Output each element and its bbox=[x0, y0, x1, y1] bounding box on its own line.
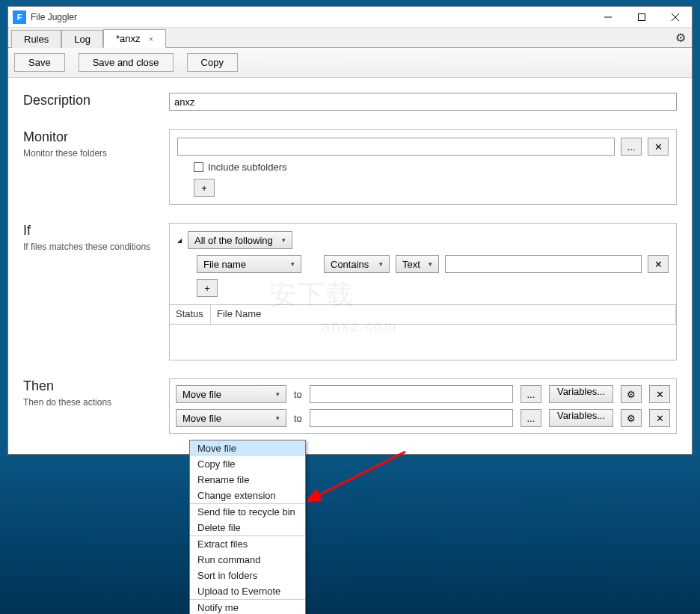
svg-rect-1 bbox=[638, 13, 645, 20]
chevron-down-icon: ▾ bbox=[276, 390, 280, 398]
save-button[interactable]: Save bbox=[14, 53, 65, 72]
monitor-panel: ... ✕ Include subfolders + bbox=[169, 129, 677, 205]
browse-folder-button[interactable]: ... bbox=[621, 138, 642, 156]
monitor-folder-input[interactable] bbox=[177, 138, 615, 156]
action1-browse-button[interactable]: ... bbox=[521, 385, 541, 403]
popup-item-run-command[interactable]: Run command bbox=[190, 552, 305, 568]
monitor-label: Monitor bbox=[23, 129, 160, 145]
if-label: If bbox=[23, 223, 160, 239]
popup-item-extract-files[interactable]: Extract files bbox=[190, 536, 305, 552]
if-table-header: Status File Name bbox=[169, 305, 677, 325]
condition-field-label: File name bbox=[203, 259, 246, 270]
action1-gear-button[interactable]: ⚙ bbox=[621, 385, 642, 403]
action1-path-input[interactable] bbox=[310, 385, 513, 403]
to-label: to bbox=[294, 389, 302, 400]
condition-type-dropdown[interactable]: Text ▾ bbox=[396, 255, 439, 273]
chevron-down-icon: ▾ bbox=[282, 236, 286, 244]
checkbox-icon bbox=[194, 162, 203, 172]
maximize-button[interactable] bbox=[624, 7, 658, 28]
chevron-down-icon: ▾ bbox=[429, 260, 432, 268]
th-status: Status bbox=[170, 305, 211, 324]
action2-remove-button[interactable]: ✕ bbox=[649, 409, 670, 427]
tabbar: Rules Log *anxz × ⚙ bbox=[8, 28, 692, 48]
app-icon: F bbox=[13, 10, 26, 24]
include-subfolders-label: Include subfolders bbox=[208, 162, 287, 173]
window-title: File Juggler bbox=[31, 12, 77, 22]
popup-item-sort-folders[interactable]: Sort in folders bbox=[190, 568, 305, 583]
popup-item-rename-file[interactable]: Rename file bbox=[190, 472, 305, 488]
action2-path-input[interactable] bbox=[310, 409, 513, 427]
close-window-button[interactable] bbox=[658, 7, 692, 28]
then-sublabel: Then do these actions bbox=[23, 397, 160, 408]
tab-close-icon[interactable]: × bbox=[149, 35, 153, 43]
action2-label: Move file bbox=[182, 413, 221, 424]
action2-browse-button[interactable]: ... bbox=[521, 409, 541, 427]
remove-condition-button[interactable]: ✕ bbox=[648, 255, 669, 273]
popup-item-delete-file[interactable]: Delete file bbox=[190, 520, 305, 535]
if-sublabel: If files matches these conditions bbox=[23, 242, 160, 252]
action1-dropdown[interactable]: Move file ▾ bbox=[176, 385, 286, 403]
tab-current-label: *anxz bbox=[116, 33, 141, 44]
titlebar: F File Juggler bbox=[8, 7, 692, 28]
add-folder-button[interactable]: + bbox=[194, 179, 215, 197]
settings-gear-icon[interactable]: ⚙ bbox=[675, 31, 686, 45]
then-label: Then bbox=[23, 378, 160, 394]
action1-variables-button[interactable]: Variables... bbox=[549, 385, 613, 403]
popup-item-change-extension[interactable]: Change extension bbox=[190, 488, 305, 503]
action1-label: Move file bbox=[182, 389, 221, 400]
monitor-sublabel: Monitor these folders bbox=[23, 148, 160, 159]
condition-op-label: Contains bbox=[331, 259, 369, 270]
popup-item-recycle-bin[interactable]: Send file to recycle bin bbox=[190, 504, 305, 520]
action2-gear-button[interactable]: ⚙ bbox=[621, 409, 642, 427]
include-subfolders-checkbox[interactable]: Include subfolders bbox=[194, 162, 669, 173]
action-dropdown-popup: Move file Copy file Rename file Change e… bbox=[189, 440, 306, 614]
action2-dropdown[interactable]: Move file ▾ bbox=[176, 409, 286, 427]
then-panel: Move file ▾ to ... Variables... ⚙ ✕ Move… bbox=[169, 378, 677, 434]
then-row: Then Then do these actions Move file ▾ t… bbox=[23, 378, 677, 434]
condition-field-dropdown[interactable]: File name ▾ bbox=[197, 255, 301, 273]
description-input[interactable] bbox=[169, 93, 677, 111]
svg-line-4 bbox=[316, 452, 405, 497]
popup-item-copy-file[interactable]: Copy file bbox=[190, 456, 305, 472]
description-row: Description bbox=[23, 93, 677, 111]
action2-variables-button[interactable]: Variables... bbox=[549, 409, 613, 427]
add-condition-button[interactable]: + bbox=[197, 279, 218, 297]
popup-item-upload-evernote[interactable]: Upload to Evernote bbox=[190, 583, 305, 599]
condition-op-dropdown[interactable]: Contains ▾ bbox=[324, 255, 390, 273]
action1-remove-button[interactable]: ✕ bbox=[649, 385, 670, 403]
collapse-triangle-icon[interactable]: ◢ bbox=[177, 237, 182, 244]
content-area: Description Monitor Monitor these folder… bbox=[8, 78, 692, 454]
toolbar: Save Save and close Copy bbox=[8, 48, 692, 78]
action-row-1: Move file ▾ to ... Variables... ⚙ ✕ bbox=[176, 385, 670, 403]
if-table-body bbox=[169, 325, 677, 360]
chevron-down-icon: ▾ bbox=[379, 260, 383, 268]
condition-type-label: Text bbox=[402, 259, 420, 270]
app-window: F File Juggler Rules Log *anxz × ⚙ Save … bbox=[7, 6, 693, 455]
description-label: Description bbox=[23, 93, 160, 108]
copy-button[interactable]: Copy bbox=[187, 53, 238, 72]
match-mode-dropdown[interactable]: All of the following ▾ bbox=[188, 231, 292, 249]
th-filename: File Name bbox=[211, 305, 676, 324]
if-row: If If files matches these conditions ◢ A… bbox=[23, 223, 677, 360]
condition-value-input[interactable] bbox=[445, 255, 642, 273]
popup-item-move-file[interactable]: Move file bbox=[190, 440, 305, 456]
minimize-button[interactable] bbox=[591, 7, 624, 28]
monitor-row: Monitor Monitor these folders ... ✕ Incl… bbox=[23, 129, 677, 205]
popup-item-notify-me[interactable]: Notify me bbox=[190, 600, 305, 614]
tab-log[interactable]: Log bbox=[61, 30, 103, 48]
match-mode-label: All of the following bbox=[194, 235, 273, 246]
chevron-down-icon: ▾ bbox=[276, 414, 280, 422]
save-and-close-button[interactable]: Save and close bbox=[79, 53, 174, 72]
chevron-down-icon: ▾ bbox=[291, 260, 295, 268]
action-row-2: Move file ▾ to ... Variables... ⚙ ✕ bbox=[176, 409, 670, 427]
tab-rules[interactable]: Rules bbox=[11, 30, 61, 48]
remove-folder-button[interactable]: ✕ bbox=[648, 138, 669, 156]
tab-current[interactable]: *anxz × bbox=[103, 29, 166, 48]
if-panel: ◢ All of the following ▾ File name ▾ bbox=[169, 223, 677, 305]
to-label: to bbox=[294, 413, 302, 424]
